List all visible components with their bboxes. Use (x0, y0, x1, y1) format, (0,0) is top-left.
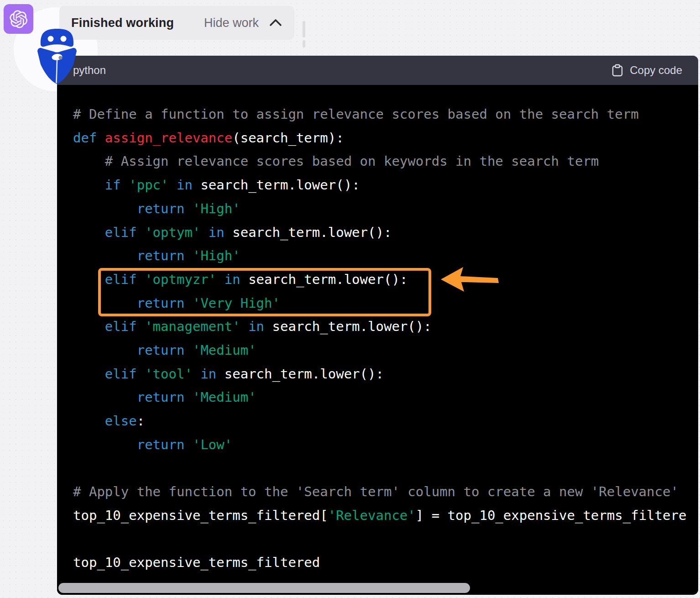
code-line: elif 'tool' in search_term.lower(): (73, 362, 698, 386)
arrow-left-icon (440, 267, 500, 293)
chevron-up-icon (269, 18, 282, 27)
code-line: return 'High' (73, 244, 698, 268)
code-block-header: python Copy code (57, 56, 698, 85)
status-text: Finished working (71, 16, 174, 30)
code-line: return 'Medium' (73, 339, 698, 362)
copy-code-button[interactable]: Copy code (611, 64, 682, 77)
scrollbar-fragment (303, 21, 305, 37)
horizontal-scrollbar-thumb[interactable] (58, 583, 470, 593)
code-line: elif 'management' in search_term.lower()… (73, 315, 698, 339)
panel-scrollbar-fragments (303, 21, 305, 47)
code-line: top_10_expensive_terms_filtered['Relevan… (73, 504, 698, 528)
copy-code-label: Copy code (630, 64, 682, 77)
work-status-bar: Finished working Hide work (59, 6, 294, 40)
assistant-avatar (4, 4, 33, 34)
code-line: return 'Low' (73, 433, 698, 457)
highlight-box (98, 268, 431, 316)
code-line: # Apply the function to the 'Search term… (73, 480, 698, 504)
hide-work-label: Hide work (204, 16, 259, 30)
code-body: # Define a function to assign relevance … (57, 85, 698, 595)
owl-pen-mascot-icon (34, 25, 80, 87)
code-line: elif 'optym' in search_term.lower(): (73, 221, 698, 245)
code-lines: # Define a function to assign relevance … (73, 103, 698, 575)
code-line: # Define a function to assign relevance … (73, 103, 698, 126)
code-line (73, 528, 698, 551)
code-line: def assign_relevance(search_term): (73, 126, 698, 150)
chatgpt-work-panel: Finished working Hide work python Copy c… (0, 0, 700, 598)
scrollbar-fragment (303, 40, 305, 47)
code-line: else: (73, 409, 698, 433)
clipboard-icon (611, 64, 623, 77)
code-line: if 'ppc' in search_term.lower(): (73, 173, 698, 197)
code-line (73, 457, 698, 481)
code-block: python Copy code # Define a function to … (57, 56, 698, 595)
code-line: top_10_expensive_terms_filtered (73, 551, 698, 575)
code-line: # Assign relevance scores based on keywo… (73, 150, 698, 173)
code-line: return 'Medium' (73, 386, 698, 409)
code-line: return 'High' (73, 197, 698, 221)
hide-work-toggle[interactable]: Hide work (204, 16, 282, 30)
openai-logo-icon (9, 10, 28, 29)
